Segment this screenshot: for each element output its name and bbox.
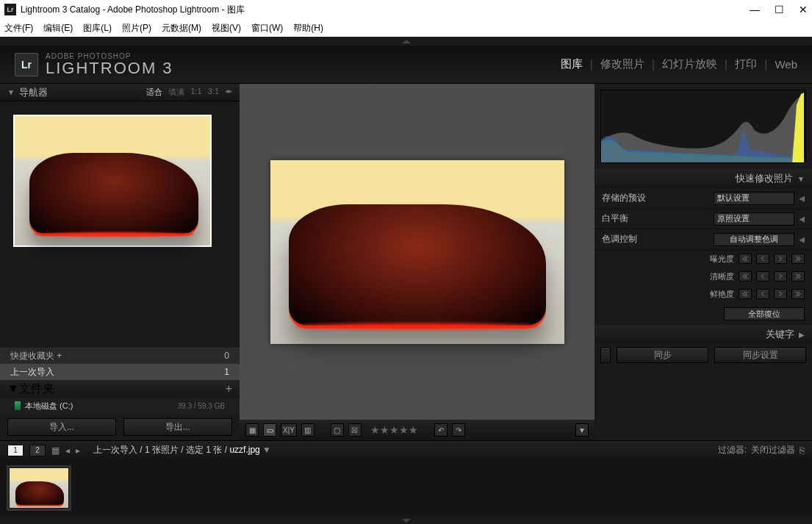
folders-header[interactable]: ▼ 文件夹 + [0,380,240,398]
clarity-dec[interactable] [756,271,769,281]
zoom-fit[interactable]: 适合 [146,87,162,98]
menu-help[interactable]: 帮助(H) [293,22,323,35]
previous-import-row[interactable]: 上一次导入 1 [0,364,240,380]
quick-collection-label: 快捷收藏夹 + [10,350,62,362]
menu-window[interactable]: 窗口(W) [251,22,283,35]
vibrance-dec[interactable] [756,289,769,299]
menu-edit[interactable]: 编辑(E) [43,22,73,35]
sync-toggle-handle[interactable] [600,347,611,363]
vibrance-dec2[interactable] [739,289,752,299]
wb-label: 白平衡 [602,212,628,225]
wb-expand-icon[interactable]: ◂ [799,212,805,226]
menu-metadata[interactable]: 元数据(M) [162,22,201,35]
preset-expand-icon[interactable]: ◂ [799,191,805,205]
folders-title: 文件夹 [19,381,54,397]
drive-row[interactable]: 本地磁盘 (C:) 39.3 / 59.3 GB [0,398,240,414]
exposure-inc2[interactable] [791,254,805,264]
drive-status-icon [15,401,21,410]
bottom-panel-toggle[interactable] [0,517,812,524]
breadcrumb-filename: uzzf.jpg [229,445,259,455]
filmstrip-thumbnail[interactable] [9,467,69,509]
export-button[interactable]: 导出... [123,418,232,436]
previous-import-label: 上一次导入 [10,366,54,378]
auto-tone-button[interactable]: 自动调整色调 [714,233,794,246]
module-develop[interactable]: 修改照片 [600,57,644,71]
zoom-3-1[interactable]: 3:1 [208,87,219,98]
menu-file[interactable]: 文件(F) [4,22,33,35]
navigator-header[interactable]: ▼ 导航器 适合 填满 1:1 3:1 ◂▸ [0,84,240,101]
tone-expand-icon[interactable]: ◂ [799,232,805,246]
rating-stars[interactable]: ★★★★★ [370,424,418,436]
survey-view-button[interactable]: ▥ [301,423,315,437]
filmstrip-info-bar: 1 2 ▦ ◂ ▸ 上一次导入 / 1 张照片 / 选定 1 张 / uzzf.… [0,440,812,459]
sync-settings-button[interactable]: 同步设置 [714,347,806,363]
preset-select[interactable]: 默认设置 [714,192,794,205]
filter-dropdown[interactable]: 关闭过滤器 [751,444,795,456]
quick-develop-header[interactable]: 快速修改照片 ▼ [594,169,812,188]
filter-label: 过滤器: [718,444,747,456]
grid-view-button[interactable]: ▦ [245,423,259,437]
grid-icon[interactable]: ▦ [51,445,60,456]
zoom-fill[interactable]: 填满 [168,87,184,98]
toolbar-menu-button[interactable]: ▼ [575,423,589,437]
screen-2-button[interactable]: 2 [29,445,46,456]
import-button[interactable]: 导入... [7,418,116,436]
center-panel: ▦ ▭ X|Y ▥ ▢ ☒ ★★★★★ ↶ ↷ ▼ [240,84,594,440]
main-image[interactable] [270,160,564,344]
breadcrumb-text[interactable]: 上一次导入 / 1 张照片 / 选定 1 张 / [93,445,227,455]
vibrance-inc2[interactable] [791,289,805,299]
exposure-inc[interactable] [774,254,787,264]
module-web[interactable]: Web [775,58,797,71]
previous-import-count: 1 [224,367,229,377]
drive-size: 39.3 / 59.3 GB [178,402,226,410]
lightroom-badge: Lr [15,53,38,76]
close-button[interactable]: ✕ [799,4,808,15]
clarity-inc2[interactable] [791,271,805,281]
vibrance-label: 鲜艳度 [710,289,734,300]
rotate-ccw-button[interactable]: ↶ [434,423,448,437]
back-icon[interactable]: ◂ [65,445,70,456]
keywords-title: 关键字 [766,328,794,341]
flag-pick-button[interactable]: ▢ [331,423,344,437]
compare-x-button[interactable]: X|Y [281,423,297,437]
left-panel: ▼ 导航器 适合 填满 1:1 3:1 ◂▸ 快捷收藏夹 + [0,84,240,440]
maximize-button[interactable]: ☐ [775,4,784,15]
flag-reject-button[interactable]: ☒ [348,423,362,437]
menu-view[interactable]: 视图(V) [212,22,241,35]
screen-1-button[interactable]: 1 [7,445,24,456]
minimize-button[interactable]: — [750,4,760,15]
zoom-1-1[interactable]: 1:1 [190,87,201,98]
sync-button[interactable]: 同步 [617,347,708,363]
titlebar[interactable]: Lr Lightroom 3 Catalog - Adobe Photoshop… [0,0,812,19]
menu-photo[interactable]: 照片(P) [122,22,151,35]
filter-lock-icon[interactable]: ⎘ [800,445,805,456]
module-slideshow[interactable]: 幻灯片放映 [662,57,717,71]
add-folder-button[interactable]: + [226,382,232,395]
exposure-label: 曝光度 [710,254,734,265]
quick-collection-row[interactable]: 快捷收藏夹 + 0 [0,348,240,364]
wb-select[interactable]: 原照设置 [714,212,794,226]
vibrance-inc[interactable] [774,289,787,299]
quick-develop-title: 快速修改照片 [736,172,793,185]
clarity-inc[interactable] [774,271,787,281]
exposure-dec2[interactable] [739,254,752,264]
keywords-header[interactable]: 关键字 ▶ [594,325,812,344]
navigator-title: 导航器 [19,86,48,99]
exposure-dec[interactable] [756,254,769,264]
zoom-more-icon[interactable]: ◂▸ [225,87,232,98]
drive-name: 本地磁盘 (C:) [25,401,73,412]
top-panel-toggle[interactable] [0,37,812,46]
reset-all-button[interactable]: 全部復位 [724,307,805,320]
loupe-view-button[interactable]: ▭ [263,423,276,437]
module-print[interactable]: 打印 [735,57,757,71]
rotate-cw-button[interactable]: ↷ [452,423,465,437]
navigator-thumbnail[interactable] [13,115,212,247]
right-panel: 快速修改照片 ▼ 存储的预设 默认设置 ◂ 白平衡 原照设置 ◂ 色调控制 自动… [594,84,812,440]
filmstrip[interactable] [0,459,812,517]
clarity-label: 清晰度 [710,271,734,282]
clarity-dec2[interactable] [739,271,752,281]
module-library[interactable]: 图库 [561,57,583,71]
menu-library[interactable]: 图库(L) [83,22,112,35]
forward-icon[interactable]: ▸ [76,445,80,456]
histogram[interactable] [600,90,806,163]
